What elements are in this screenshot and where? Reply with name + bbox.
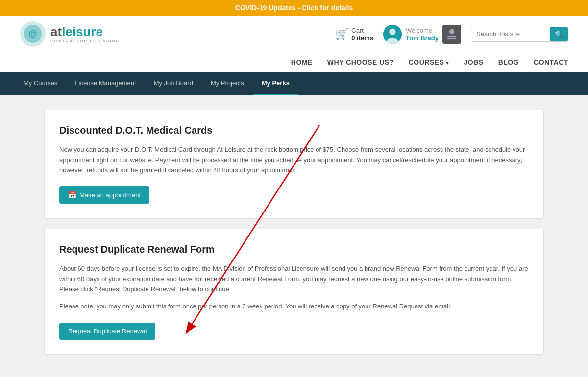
user-name: Tom Brady (406, 34, 439, 42)
covid-banner[interactable]: COVID-19 Updates - Click for details (0, 0, 588, 16)
duplicate-btn-label: Request Duplicate Renewal (68, 328, 147, 335)
search-input[interactable] (471, 27, 550, 41)
main-nav: HOME WHY CHOOSE US? COURSES JOBS BLOG CO… (20, 52, 568, 72)
dot-card-title: Discounted D.O.T. Medical Cards (59, 125, 529, 136)
user-profile[interactable]: Welcome Tom Brady (383, 25, 461, 44)
logo-icon: @ (20, 21, 47, 47)
svg-rect-8 (447, 36, 456, 37)
logo-at: at (50, 25, 62, 38)
search-button[interactable]: 🔍 (550, 27, 568, 41)
renewal-card-body1: About 60 days before your license is set… (59, 264, 529, 294)
cart-items: 0 items (351, 34, 373, 42)
svg-point-7 (449, 29, 454, 34)
make-appointment-button[interactable]: 📅 Make an appointment (59, 186, 149, 204)
logo-leisure: leisure (62, 25, 103, 38)
renewal-card: Request Duplicate Renewal Form About 60 … (44, 229, 544, 354)
main-content: Discounted D.O.T. Medical Cards Now you … (34, 110, 554, 355)
nav-why[interactable]: WHY CHOOSE US? (327, 58, 394, 66)
nav-contact[interactable]: CONTACT (534, 58, 568, 66)
covid-banner-text: COVID-19 Updates - Click for details (235, 4, 353, 12)
welcome-text: Welcome (406, 27, 439, 34)
nav-jobs[interactable]: JOBS (464, 58, 484, 66)
svg-text:@: @ (28, 29, 37, 39)
renewal-card-body2: Please note: you may only submit this fo… (59, 302, 529, 312)
subnav-my-projects[interactable]: My Projects (202, 72, 253, 95)
dot-card-body: Now you can acquire your D.O.T. Medical … (59, 145, 529, 175)
profile-icon (442, 25, 461, 44)
svg-rect-9 (447, 38, 456, 39)
subnav-license-mgmt[interactable]: License Management (66, 72, 145, 95)
header: @ at leisure CONTRACTOR LICENSING 🛒 Cart (0, 16, 588, 72)
subnav-job-board[interactable]: My Job Board (145, 72, 202, 95)
avatar (383, 25, 402, 44)
cart-label: Cart (351, 27, 373, 34)
appointment-btn-label: Make an appointment (79, 191, 141, 199)
dot-card: Discounted D.O.T. Medical Cards Now you … (44, 110, 544, 219)
search-bar: 🔍 (471, 27, 568, 42)
sub-nav: My Courses License Management My Job Boa… (0, 72, 588, 95)
nav-home[interactable]: HOME (291, 58, 313, 66)
request-duplicate-button[interactable]: Request Duplicate Renewal (59, 323, 155, 340)
logo[interactable]: @ at leisure CONTRACTOR LICENSING (20, 21, 120, 47)
calendar-icon: 📅 (68, 191, 76, 199)
logo-subtitle: CONTRACTOR LICENSING (50, 39, 120, 43)
nav-blog[interactable]: BLOG (498, 58, 519, 66)
renewal-card-title: Request Duplicate Renewal Form (59, 244, 529, 255)
subnav-my-courses[interactable]: My Courses (15, 72, 66, 95)
cart-button[interactable]: 🛒 Cart 0 items (335, 27, 373, 42)
subnav-my-perks[interactable]: My Perks (253, 72, 298, 95)
svg-point-4 (389, 28, 395, 35)
nav-courses[interactable]: COURSES (409, 58, 449, 66)
cart-icon: 🛒 (335, 28, 348, 41)
